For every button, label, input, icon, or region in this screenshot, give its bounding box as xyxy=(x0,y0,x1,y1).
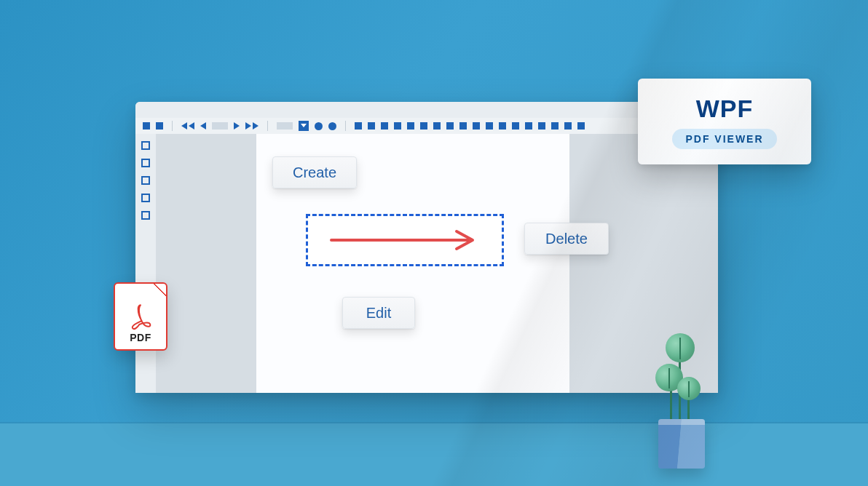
toolbar-square-icon[interactable] xyxy=(486,122,493,130)
nav-first-icon[interactable] xyxy=(181,122,194,130)
toolbar-divider xyxy=(345,121,346,131)
toolbar-top xyxy=(135,102,718,118)
create-button-label: Create xyxy=(293,164,336,181)
toolbar-square-icon[interactable] xyxy=(525,122,532,130)
zoom-dropdown-icon[interactable] xyxy=(299,121,309,131)
toolbar-square-icon[interactable] xyxy=(143,122,150,130)
floor-edge xyxy=(0,422,868,423)
toolbar-square-icon[interactable] xyxy=(538,122,545,130)
scene: Create Edit Delete PDF WPF PDF VIEWER xyxy=(0,0,868,486)
toolbar-circle-icon[interactable] xyxy=(328,122,336,130)
toolbar-main xyxy=(135,118,718,134)
toolbar-square-icon[interactable] xyxy=(156,122,163,130)
zoom-field[interactable] xyxy=(277,122,293,130)
toolbar-square-icon[interactable] xyxy=(433,122,441,130)
annotation-selection[interactable] xyxy=(306,214,504,266)
toolbar-square-icon[interactable] xyxy=(459,122,467,130)
edit-button-label: Edit xyxy=(366,305,391,322)
rail-tab-icon[interactable] xyxy=(141,141,150,150)
nav-next-icon[interactable] xyxy=(234,122,240,130)
pdf-file-badge: PDF xyxy=(114,282,167,351)
toolbar-square-icon[interactable] xyxy=(512,122,519,130)
toolbar-square-icon[interactable] xyxy=(499,122,506,130)
toolbar-square-icon[interactable] xyxy=(564,122,572,130)
edit-button[interactable]: Edit xyxy=(342,297,415,329)
plant-vein xyxy=(668,368,670,389)
toolbar-square-icon[interactable] xyxy=(473,122,480,130)
nav-last-icon[interactable] xyxy=(245,122,259,130)
plant-pot xyxy=(658,419,705,469)
rail-tab-icon[interactable] xyxy=(141,159,150,167)
toolbar-square-icon[interactable] xyxy=(551,122,559,130)
page-field[interactable] xyxy=(212,122,228,130)
toolbar-divider xyxy=(267,121,268,131)
left-rail xyxy=(135,134,156,393)
toolbar-tools-group xyxy=(355,122,585,130)
acrobat-logo-icon xyxy=(128,303,153,332)
product-callout: WPF PDF VIEWER xyxy=(638,79,811,164)
toolbar-square-icon[interactable] xyxy=(407,122,414,130)
right-arrow-icon xyxy=(328,229,481,251)
left-panel xyxy=(156,134,256,393)
delete-button-label: Delete xyxy=(545,231,588,247)
toolbar-square-icon[interactable] xyxy=(394,122,401,130)
toolbar-square-icon[interactable] xyxy=(355,122,362,130)
plant-vein xyxy=(679,338,681,359)
toolbar-square-icon[interactable] xyxy=(368,122,375,130)
plant-vein xyxy=(688,381,690,397)
toolbar-circle-icon[interactable] xyxy=(315,122,323,130)
toolbar-square-icon[interactable] xyxy=(420,122,427,130)
pdf-badge-label: PDF xyxy=(130,332,151,343)
toolbar-divider xyxy=(172,121,173,131)
nav-prev-icon[interactable] xyxy=(200,122,206,130)
callout-title: WPF xyxy=(696,95,754,123)
rail-tab-icon[interactable] xyxy=(141,211,150,220)
toolbar-square-icon[interactable] xyxy=(446,122,454,130)
floor xyxy=(0,423,868,486)
create-button[interactable]: Create xyxy=(272,156,357,188)
callout-subtitle: PDF VIEWER xyxy=(672,129,776,149)
rail-tab-icon[interactable] xyxy=(141,194,150,202)
rail-tab-icon[interactable] xyxy=(141,176,150,185)
delete-button[interactable]: Delete xyxy=(524,223,609,255)
plant-decoration xyxy=(642,308,715,469)
toolbar-square-icon[interactable] xyxy=(577,122,585,130)
toolbar-square-icon[interactable] xyxy=(381,122,388,130)
